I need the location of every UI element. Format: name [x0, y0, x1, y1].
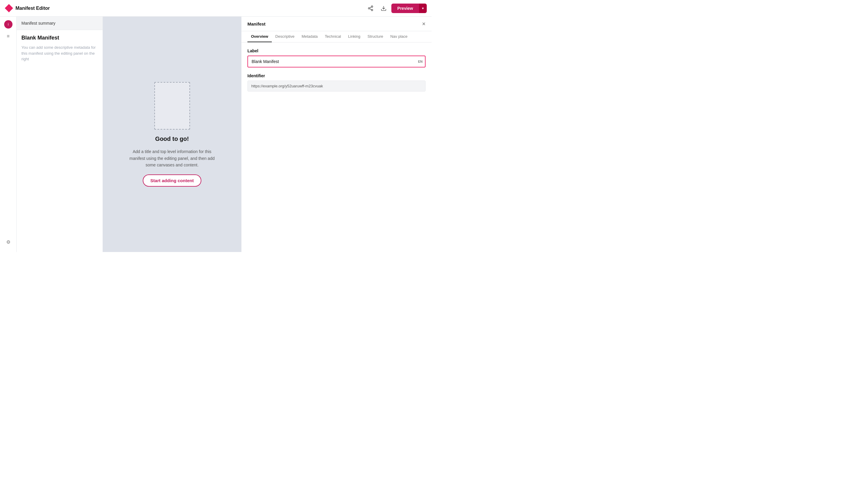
left-sidebar: i ≡ ⚙: [0, 17, 17, 252]
svg-point-2: [372, 9, 373, 11]
canvas-description: Add a title and top level information fo…: [128, 148, 217, 168]
tab-linking[interactable]: Linking: [345, 31, 364, 42]
share-button[interactable]: [365, 3, 376, 14]
identifier-field: Identifier https://example.org/y52uaruwf…: [247, 74, 426, 92]
language-badge: EN: [418, 60, 423, 63]
tab-overview[interactable]: Overview: [247, 31, 272, 42]
label-input-wrap: EN: [247, 55, 426, 67]
sidebar-info-button[interactable]: i: [4, 20, 12, 28]
tab-metadata[interactable]: Metadata: [298, 31, 321, 42]
download-button[interactable]: [378, 3, 389, 14]
edit-panel: Manifest × Overview Descriptive Metadata…: [241, 17, 432, 252]
identifier-value: https://example.org/y52uaruwff-m23cvuak: [247, 80, 426, 92]
close-panel-button[interactable]: ×: [422, 21, 426, 27]
label-field-label: Label: [247, 49, 426, 53]
tab-technical[interactable]: Technical: [321, 31, 345, 42]
svg-point-0: [372, 6, 373, 7]
manifest-description: You can add some descriptive metadata fo…: [22, 44, 98, 62]
svg-line-3: [370, 9, 372, 10]
sidebar-settings-button[interactable]: ⚙: [4, 238, 12, 246]
canvas-placeholder: [154, 82, 190, 130]
preview-dropdown-button[interactable]: ▾: [419, 3, 427, 13]
start-adding-content-button[interactable]: Start adding content: [143, 175, 202, 186]
logo-area: Manifest Editor: [5, 4, 50, 12]
summary-header: Manifest summary: [17, 17, 103, 30]
preview-button[interactable]: Preview: [391, 3, 419, 13]
tab-descriptive[interactable]: Descriptive: [272, 31, 298, 42]
label-field: Label EN: [247, 49, 426, 67]
sidebar-bottom: ⚙: [4, 238, 12, 248]
chevron-down-icon: ▾: [422, 6, 424, 10]
canvas-area: Good to go! Add a title and top level in…: [103, 17, 241, 252]
identifier-field-label: Identifier: [247, 74, 426, 78]
tab-structure[interactable]: Structure: [364, 31, 387, 42]
preview-button-group: Preview ▾: [391, 3, 427, 13]
svg-point-1: [368, 8, 370, 9]
summary-content: Blank Manifest You can add some descript…: [17, 30, 103, 67]
logo-icon: [5, 4, 13, 12]
edit-panel-tabs: Overview Descriptive Metadata Technical …: [241, 31, 432, 42]
tab-nav-place[interactable]: Nav place: [387, 31, 411, 42]
summary-panel: Manifest summary Blank Manifest You can …: [17, 17, 103, 252]
canvas-heading: Good to go!: [155, 135, 189, 142]
label-input[interactable]: [247, 55, 426, 67]
list-icon: ≡: [7, 34, 10, 39]
edit-panel-body: Label EN Identifier https://example.org/…: [241, 42, 432, 98]
main-layout: i ≡ ⚙ Manifest summary Blank Manifest Yo…: [0, 17, 432, 252]
settings-icon: ⚙: [6, 239, 10, 245]
top-nav: Manifest Editor Preview ▾: [0, 0, 432, 17]
edit-panel-header: Manifest ×: [241, 17, 432, 31]
app-title: Manifest Editor: [15, 6, 50, 11]
edit-panel-title: Manifest: [247, 22, 265, 26]
manifest-title: Blank Manifest: [22, 35, 98, 41]
svg-line-4: [370, 7, 372, 8]
info-icon: i: [8, 22, 9, 26]
sidebar-list-button[interactable]: ≡: [4, 32, 12, 40]
nav-actions: Preview ▾: [365, 3, 427, 14]
